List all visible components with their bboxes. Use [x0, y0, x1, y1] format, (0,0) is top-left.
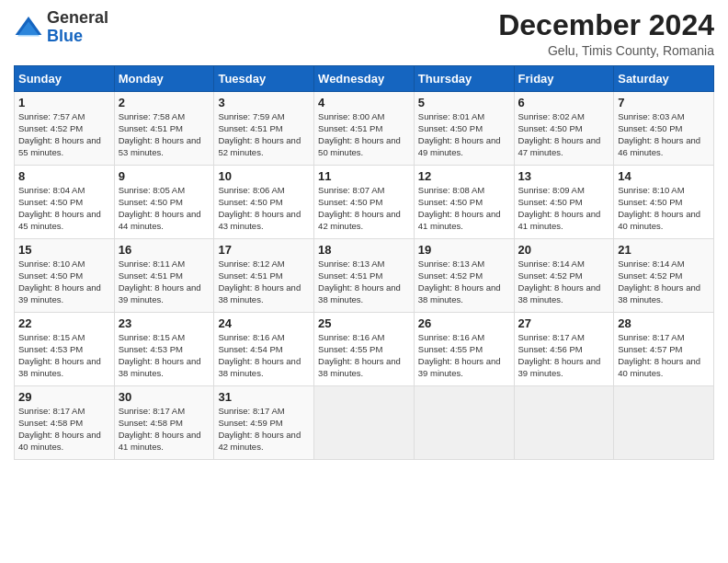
day-number: 8 [18, 169, 110, 183]
logo-text: General Blue [47, 9, 108, 46]
day-info: Sunrise: 8:02 AMSunset: 4:50 PMDaylight:… [518, 111, 610, 158]
calendar-cell: 13Sunrise: 8:09 AMSunset: 4:50 PMDayligh… [514, 166, 614, 239]
logo-icon [14, 13, 43, 42]
calendar-cell: 17Sunrise: 8:12 AMSunset: 4:51 PMDayligh… [214, 239, 314, 313]
weekday-row: SundayMondayTuesdayWednesdayThursdayFrid… [15, 66, 714, 92]
day-number: 31 [218, 390, 310, 404]
day-number: 24 [218, 316, 310, 330]
calendar-cell: 19Sunrise: 8:13 AMSunset: 4:52 PMDayligh… [414, 239, 514, 313]
logo-blue: Blue [47, 27, 83, 45]
day-info: Sunrise: 8:13 AMSunset: 4:51 PMDaylight:… [318, 259, 410, 305]
calendar-cell: 24Sunrise: 8:16 AMSunset: 4:54 PMDayligh… [214, 313, 314, 386]
calendar-cell: 23Sunrise: 8:15 AMSunset: 4:53 PMDayligh… [114, 313, 214, 386]
day-info: Sunrise: 8:17 AMSunset: 4:56 PMDaylight:… [518, 332, 610, 379]
calendar-cell: 18Sunrise: 8:13 AMSunset: 4:51 PMDayligh… [314, 239, 415, 313]
day-info: Sunrise: 8:08 AMSunset: 4:50 PMDaylight:… [418, 185, 510, 232]
page-header: General Blue December 2024 Gelu, Timis C… [14, 9, 714, 58]
day-info: Sunrise: 8:17 AMSunset: 4:57 PMDaylight:… [618, 332, 710, 379]
calendar-cell: 8Sunrise: 8:04 AMSunset: 4:50 PMDaylight… [15, 166, 115, 239]
calendar-cell: 15Sunrise: 8:10 AMSunset: 4:50 PMDayligh… [15, 239, 115, 313]
weekday-header-saturday: Saturday [614, 66, 714, 92]
calendar-cell: 7Sunrise: 8:03 AMSunset: 4:50 PMDaylight… [614, 92, 714, 166]
calendar-cell: 26Sunrise: 8:16 AMSunset: 4:55 PMDayligh… [414, 313, 514, 386]
day-info: Sunrise: 7:57 AMSunset: 4:52 PMDaylight:… [18, 111, 110, 158]
day-number: 20 [518, 243, 610, 257]
calendar-cell: 28Sunrise: 8:17 AMSunset: 4:57 PMDayligh… [614, 313, 714, 386]
day-info: Sunrise: 8:16 AMSunset: 4:55 PMDaylight:… [418, 332, 510, 379]
calendar-cell: 27Sunrise: 8:17 AMSunset: 4:56 PMDayligh… [514, 313, 614, 386]
day-number: 7 [618, 96, 710, 109]
calendar-week-3: 15Sunrise: 8:10 AMSunset: 4:50 PMDayligh… [15, 239, 714, 313]
day-number: 18 [318, 243, 410, 257]
day-info: Sunrise: 8:17 AMSunset: 4:58 PMDaylight:… [119, 406, 210, 453]
calendar-week-4: 22Sunrise: 8:15 AMSunset: 4:53 PMDayligh… [15, 313, 714, 386]
calendar-cell: 5Sunrise: 8:01 AMSunset: 4:50 PMDaylight… [414, 92, 514, 166]
day-number: 22 [18, 316, 110, 330]
day-info: Sunrise: 8:07 AMSunset: 4:50 PMDaylight:… [318, 185, 410, 232]
day-number: 19 [418, 243, 510, 257]
calendar-cell: 25Sunrise: 8:16 AMSunset: 4:55 PMDayligh… [314, 313, 415, 386]
calendar-cell: 31Sunrise: 8:17 AMSunset: 4:59 PMDayligh… [214, 386, 314, 460]
weekday-header-sunday: Sunday [15, 66, 115, 92]
day-number: 15 [18, 243, 110, 257]
day-info: Sunrise: 7:59 AMSunset: 4:51 PMDaylight:… [218, 111, 310, 158]
calendar-cell: 30Sunrise: 8:17 AMSunset: 4:58 PMDayligh… [114, 386, 214, 460]
calendar-cell [314, 386, 415, 460]
day-info: Sunrise: 8:04 AMSunset: 4:50 PMDaylight:… [18, 185, 110, 232]
day-number: 6 [518, 96, 610, 109]
day-number: 27 [518, 316, 610, 330]
day-info: Sunrise: 8:16 AMSunset: 4:55 PMDaylight:… [318, 332, 410, 379]
day-info: Sunrise: 8:15 AMSunset: 4:53 PMDaylight:… [119, 332, 210, 379]
calendar-cell: 9Sunrise: 8:05 AMSunset: 4:50 PMDaylight… [114, 166, 214, 239]
calendar-cell [414, 386, 514, 460]
day-info: Sunrise: 8:15 AMSunset: 4:53 PMDaylight:… [18, 332, 110, 379]
calendar-cell: 1Sunrise: 7:57 AMSunset: 4:52 PMDaylight… [15, 92, 115, 166]
day-info: Sunrise: 8:01 AMSunset: 4:50 PMDaylight:… [418, 111, 510, 158]
weekday-header-friday: Friday [514, 66, 614, 92]
calendar-cell: 10Sunrise: 8:06 AMSunset: 4:50 PMDayligh… [214, 166, 314, 239]
day-info: Sunrise: 7:58 AMSunset: 4:51 PMDaylight:… [119, 111, 210, 158]
day-number: 21 [618, 243, 710, 257]
day-info: Sunrise: 8:09 AMSunset: 4:50 PMDaylight:… [518, 185, 610, 232]
day-info: Sunrise: 8:10 AMSunset: 4:50 PMDaylight:… [18, 259, 110, 305]
weekday-header-tuesday: Tuesday [214, 66, 314, 92]
day-number: 23 [119, 316, 210, 330]
day-number: 29 [18, 390, 110, 404]
calendar-week-1: 1Sunrise: 7:57 AMSunset: 4:52 PMDaylight… [15, 92, 714, 166]
day-number: 10 [218, 169, 310, 183]
day-info: Sunrise: 8:00 AMSunset: 4:51 PMDaylight:… [318, 111, 410, 158]
calendar-header: SundayMondayTuesdayWednesdayThursdayFrid… [15, 66, 714, 92]
day-info: Sunrise: 8:14 AMSunset: 4:52 PMDaylight:… [518, 259, 610, 305]
day-number: 28 [618, 316, 710, 330]
calendar-cell: 4Sunrise: 8:00 AMSunset: 4:51 PMDaylight… [314, 92, 415, 166]
calendar-body: 1Sunrise: 7:57 AMSunset: 4:52 PMDaylight… [15, 92, 714, 460]
weekday-header-wednesday: Wednesday [314, 66, 415, 92]
day-number: 14 [618, 169, 710, 183]
calendar-cell: 3Sunrise: 7:59 AMSunset: 4:51 PMDaylight… [214, 92, 314, 166]
day-number: 4 [318, 96, 410, 109]
calendar-week-5: 29Sunrise: 8:17 AMSunset: 4:58 PMDayligh… [15, 386, 714, 460]
calendar-table: SundayMondayTuesdayWednesdayThursdayFrid… [14, 65, 714, 460]
day-number: 26 [418, 316, 510, 330]
calendar-cell: 16Sunrise: 8:11 AMSunset: 4:51 PMDayligh… [114, 239, 214, 313]
day-info: Sunrise: 8:12 AMSunset: 4:51 PMDaylight:… [218, 259, 310, 305]
page: { "logo": { "general": "General", "blue"… [0, 0, 728, 563]
calendar-cell: 11Sunrise: 8:07 AMSunset: 4:50 PMDayligh… [314, 166, 415, 239]
main-title: December 2024 [498, 9, 714, 41]
day-number: 16 [119, 243, 210, 257]
logo: General Blue [14, 9, 108, 46]
title-section: December 2024 Gelu, Timis County, Romani… [498, 9, 714, 58]
day-info: Sunrise: 8:11 AMSunset: 4:51 PMDaylight:… [119, 259, 210, 305]
day-number: 3 [218, 96, 310, 109]
day-info: Sunrise: 8:03 AMSunset: 4:50 PMDaylight:… [618, 111, 710, 158]
calendar-cell: 21Sunrise: 8:14 AMSunset: 4:52 PMDayligh… [614, 239, 714, 313]
day-info: Sunrise: 8:13 AMSunset: 4:52 PMDaylight:… [418, 259, 510, 305]
day-number: 11 [318, 169, 410, 183]
weekday-header-thursday: Thursday [414, 66, 514, 92]
day-info: Sunrise: 8:10 AMSunset: 4:50 PMDaylight:… [618, 185, 710, 232]
day-number: 13 [518, 169, 610, 183]
logo-general: General [47, 8, 108, 27]
calendar-cell: 12Sunrise: 8:08 AMSunset: 4:50 PMDayligh… [414, 166, 514, 239]
day-number: 2 [119, 96, 210, 109]
day-number: 1 [18, 96, 110, 109]
